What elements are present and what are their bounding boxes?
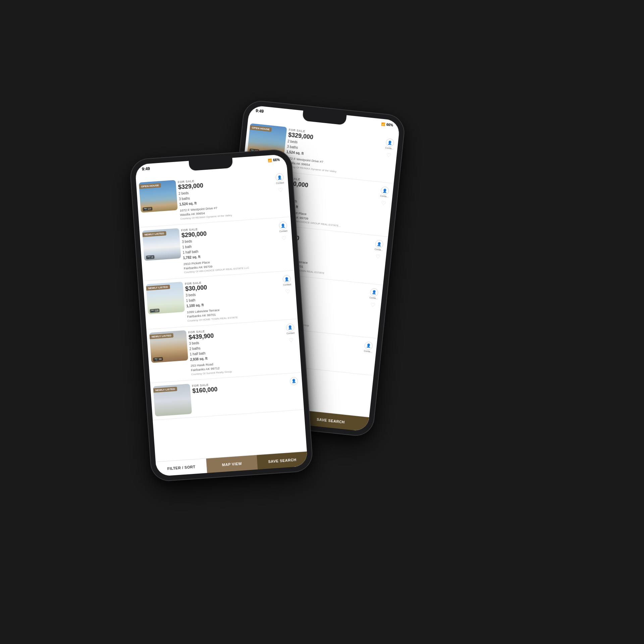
contact-btn-front-3[interactable]: 👤 Contact (282, 275, 291, 286)
badge-new-front-2: NEWLY LISTED (142, 231, 166, 237)
heart-icon-front-1[interactable]: ♡ (278, 186, 283, 193)
badge-new-front-5: NEWLY LISTED (153, 387, 177, 393)
listing-image-front-4: NEWLY LISTED 📷 38 (149, 330, 188, 363)
contact-icon-front-3: 👤 (282, 275, 291, 284)
map-view-btn-front[interactable]: MAP VIEW (206, 455, 258, 473)
contact-btn-front-5[interactable]: 👤 (289, 377, 298, 385)
badge-new-front-3: NEWLY LISTED (146, 285, 170, 291)
screen-content-front[interactable]: OPEN HOUSE 📷 27 FOR SALE $329,000 2 beds… (136, 169, 307, 462)
scene: 9:49 📶 66% OPEN HOUSE 📷 27 (121, 87, 523, 557)
contact-label-front-4: Contact (286, 331, 295, 334)
notch-front (189, 158, 233, 171)
contact-label-back-1: Conta... (385, 147, 393, 150)
heart-icon-front-4[interactable]: ♡ (288, 337, 293, 343)
listing-info-front-3: FOR SALE $30,000 3 beds1 bath1,100 sq. f… (183, 275, 283, 323)
battery-back: 66% (386, 122, 393, 127)
listing-info-front-4: FOR SALE $439,900 3 beds2 baths1 half ba… (186, 323, 286, 377)
contact-icon-front-4: 👤 (286, 323, 294, 332)
contact-label-front-2: Contact (279, 230, 288, 233)
wifi-icon-front: 📶 (268, 158, 272, 162)
listing-image-front-5: NEWLY LISTED (153, 384, 192, 416)
listing-info-back-1: FOR SALE $329,000 2 beds3 baths1,524 sq.… (283, 127, 384, 178)
battery-front: 66% (273, 158, 280, 162)
photo-count-front-1: 📷 27 (143, 207, 153, 211)
contact-btn-back-1[interactable]: 👤 Conta... (385, 138, 394, 150)
photo-count-front-2: 📷 2 (146, 255, 154, 260)
contact-label-back-4: Conta... (369, 296, 378, 300)
contact-btn-back-3[interactable]: 👤 Conta... (374, 240, 384, 251)
contact-icon-back-3: 👤 (375, 240, 383, 249)
heart-icon-back-1[interactable]: ♡ (386, 152, 391, 158)
heart-icon-front-2[interactable]: ♡ (281, 235, 286, 241)
status-time-back: 9:49 (256, 108, 264, 114)
listing-actions-front-5: 👤 (287, 376, 301, 407)
heart-icon-back-3[interactable]: ♡ (375, 253, 381, 260)
contact-btn-front-2[interactable]: 👤 Contact (279, 221, 287, 233)
scroll-area-front: OPEN HOUSE 📷 27 FOR SALE $329,000 2 beds… (136, 169, 304, 420)
contact-icon-back-2: 👤 (380, 186, 389, 195)
contact-btn-back-5[interactable]: 👤 Conta... (364, 341, 373, 353)
contact-btn-back-4[interactable]: 👤 Conta... (369, 288, 379, 299)
filter-sort-btn-front[interactable]: FILTER / SORT (156, 459, 207, 476)
contact-icon-back-5: 👤 (364, 341, 373, 350)
status-icons-front: 📶 66% (268, 158, 280, 162)
photo-count-front-4: 📷 38 (153, 357, 163, 361)
badge-open-house-front-1: OPEN HOUSE (139, 183, 161, 189)
contact-icon-back-1: 👤 (385, 138, 394, 147)
save-search-btn-front[interactable]: SAVE SEARCH (257, 451, 308, 469)
contact-label-front-3: Contact (283, 283, 291, 286)
badge-open-house-back-1: OPEN HOUSE (250, 125, 272, 132)
listing-card-front-2[interactable]: NEWLY LISTED 📷 2 FOR SALE $290,000 3 bed… (139, 217, 294, 281)
badge-new-front-4: NEWLY LISTED (150, 333, 173, 339)
heart-icon-back-4[interactable]: ♡ (370, 302, 376, 308)
contact-btn-front-1[interactable]: 👤 Contact (275, 173, 284, 184)
contact-icon-front-2: 👤 (279, 221, 287, 230)
notch-back (302, 111, 346, 125)
contact-label-front-1: Contact (276, 181, 284, 184)
contact-label-back-5: Conta... (364, 350, 372, 353)
listing-image-front-1: OPEN HOUSE 📷 27 (139, 180, 178, 213)
heart-icon-back-2[interactable]: ♡ (381, 200, 386, 207)
phone-front-screen: 9:49 📶 66% OPEN HOUSE 📷 27 (135, 154, 308, 476)
phone-front: 9:49 📶 66% OPEN HOUSE 📷 27 (130, 149, 313, 481)
contact-label-back-3: Conta... (374, 248, 383, 252)
contact-icon-front-1: 👤 (275, 173, 284, 182)
listing-info-front-1: FOR SALE $329,000 2 beds3 baths1,524 sq.… (176, 173, 276, 221)
listing-info-front-5: FOR SALE $160,000 (190, 377, 289, 414)
contact-btn-back-2[interactable]: 👤 Conta... (380, 186, 389, 198)
contact-icon-back-4: 👤 (370, 288, 378, 297)
contact-icon-front-5: 👤 (289, 377, 298, 385)
listing-image-front-2: NEWLY LISTED 📷 2 (142, 228, 181, 261)
wifi-icon-back: 📶 (381, 122, 385, 126)
photo-count-front-3: 📷 13 (150, 309, 160, 313)
listing-info-front-2: FOR SALE $290,000 3 beds1 bath1 half bat… (179, 221, 279, 275)
listing-image-front-3: NEWLY LISTED 📷 13 (146, 282, 185, 314)
contact-btn-front-4[interactable]: 👤 Contact (286, 323, 294, 335)
status-time-front: 9:49 (142, 166, 150, 172)
listing-card-front-4[interactable]: NEWLY LISTED 📷 38 FOR SALE $439,900 3 be… (146, 319, 301, 383)
contact-label-back-2: Conta... (380, 195, 388, 198)
heart-icon-front-3[interactable]: ♡ (285, 288, 290, 295)
status-icons-back: 📶 66% (381, 122, 393, 127)
